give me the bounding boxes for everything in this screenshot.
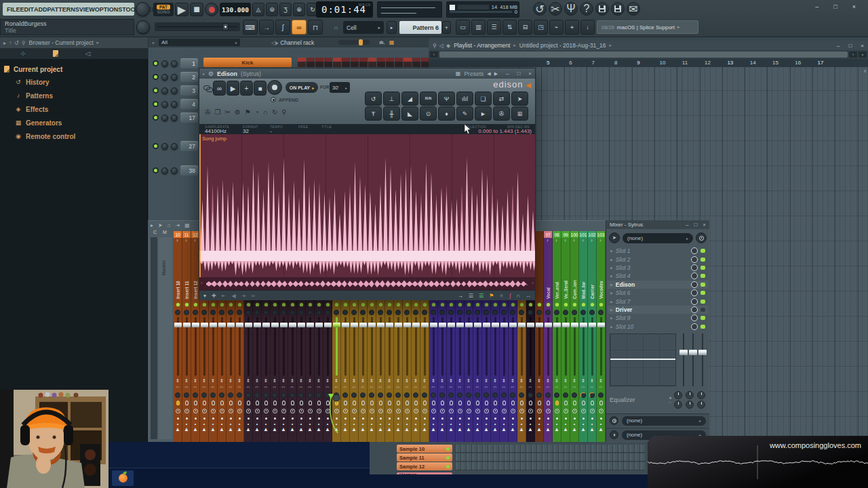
- zoom-icon[interactable]: ⚲: [281, 108, 286, 116]
- strip-lamp-icon[interactable]: [229, 401, 233, 405]
- effect-slot-4[interactable]: ▶Slot 4: [608, 272, 708, 280]
- strip-fader[interactable]: [500, 317, 508, 375]
- strip-lamp-icon[interactable]: [317, 401, 321, 405]
- magic-hat-icon[interactable]: ⊓: [308, 20, 323, 35]
- strip-arm-icon[interactable]: ▴: [583, 422, 585, 426]
- strip-lamp-icon[interactable]: [176, 401, 180, 405]
- effect-slot-9[interactable]: ▶Slot 9: [608, 314, 708, 322]
- strip-mute-led[interactable]: [344, 300, 347, 309]
- strip-clock-icon[interactable]: [546, 409, 551, 413]
- strip-pan-icons[interactable]: ⇕⇔: [361, 375, 366, 392]
- strip-fader[interactable]: [332, 317, 340, 375]
- slot-enable-led[interactable]: [701, 266, 705, 270]
- slot-mix-knob[interactable]: [691, 323, 698, 330]
- strip-pan-knob[interactable]: [404, 392, 410, 398]
- scroll-left-icon[interactable]: ‹: [430, 52, 438, 58]
- edison-gear-icon[interactable]: ⚙: [208, 70, 214, 77]
- strip-select-icon[interactable]: ▲: [193, 426, 198, 433]
- strip-pan-knob[interactable]: [193, 392, 198, 398]
- strip-clock-icon[interactable]: [202, 409, 207, 413]
- strip-fader[interactable]: [473, 317, 481, 375]
- strip-clock-icon[interactable]: [378, 409, 383, 413]
- strip-select-icon[interactable]: ▲: [219, 426, 224, 433]
- strip-pan-knob[interactable]: [484, 392, 489, 398]
- strip-stereo-knob[interactable]: [237, 310, 242, 315]
- strip-pan-icons[interactable]: ⇕⇔: [493, 375, 498, 392]
- strip-pan-icons[interactable]: ⇕⇔: [343, 375, 348, 392]
- route-arrow-icon[interactable]: ➤: [609, 232, 620, 243]
- strip-arm-icon[interactable]: ▴: [530, 422, 532, 426]
- strip-mute-led[interactable]: [485, 300, 488, 309]
- slot-mix-knob[interactable]: [691, 314, 698, 321]
- strip-mute-led[interactable]: [564, 300, 568, 309]
- strip-select-icon[interactable]: ▲: [369, 426, 374, 433]
- strip-mute-led[interactable]: [520, 300, 524, 309]
- strip-number[interactable]: [535, 231, 543, 238]
- strip-mute-led[interactable]: [309, 300, 312, 309]
- strip-fader[interactable]: [297, 317, 305, 375]
- effect-slot-2[interactable]: ▶Slot 2: [608, 255, 708, 263]
- strip-lamp-icon[interactable]: [212, 401, 215, 405]
- pattern-number-box[interactable]: 1: [180, 58, 198, 68]
- strip-pan-icons[interactable]: ⇕⇔: [184, 375, 189, 392]
- strip-fader[interactable]: [253, 317, 261, 375]
- blend-notes-icon[interactable]: ⊕: [293, 3, 305, 16]
- strip-clock-icon[interactable]: [502, 409, 507, 413]
- tempo-display[interactable]: 130.000: [220, 3, 251, 16]
- close-button[interactable]: ×: [852, 3, 856, 10]
- insert-preset-dropdown[interactable]: (none)▸: [623, 233, 693, 243]
- strip-select-icon[interactable]: ▲: [545, 426, 551, 433]
- snap-icon[interactable]: ✛: [212, 293, 216, 299]
- strip-stereo-knob[interactable]: [360, 310, 366, 315]
- strip-mute-led[interactable]: [555, 300, 559, 309]
- strip-select-icon[interactable]: ▲: [290, 426, 295, 433]
- strip-pan-knob[interactable]: [378, 392, 383, 398]
- strip-stereo-knob[interactable]: [536, 310, 542, 315]
- pattern-mode-label[interactable]: PAT: [157, 5, 170, 9]
- timeline-mark-17[interactable]: 17: [818, 60, 824, 66]
- timeline-mark-5[interactable]: 5: [547, 60, 549, 66]
- playlist-scrollbar[interactable]: ‹ › ▪: [429, 50, 868, 59]
- strip-arm-icon[interactable]: ▴: [274, 422, 276, 426]
- channel-button-sample-12[interactable]: Sample 12: [397, 462, 452, 470]
- strip-select-icon[interactable]: ▲: [422, 426, 427, 433]
- auto-scroll-icon[interactable]: →: [259, 20, 274, 35]
- overview-left-icon[interactable]: ‹: [201, 280, 203, 286]
- strip-fader[interactable]: [315, 317, 323, 375]
- strip-pan-icons[interactable]: ⇕⇔: [590, 375, 595, 392]
- strip-pan-knob[interactable]: [528, 392, 533, 398]
- strip-pan-icons[interactable]: ⇕⇔: [352, 375, 357, 392]
- strip-mute-led[interactable]: [388, 300, 391, 309]
- strip-fader[interactable]: [553, 317, 561, 375]
- strip-pan-knob[interactable]: [536, 392, 542, 398]
- strip-select-icon[interactable]: ▲: [245, 426, 251, 433]
- play-selection-icon[interactable]: ◀: [231, 293, 235, 299]
- strip-arm-icon[interactable]: ▴: [477, 422, 479, 426]
- strip-select-icon[interactable]: ▲: [466, 426, 471, 433]
- stretch-icon[interactable]: ↔: [526, 293, 531, 299]
- channel-button-harmor[interactable]: Harmor: [397, 472, 452, 474]
- keyboard-editor-icon[interactable]: ▦: [389, 39, 395, 45]
- strip-fader[interactable]: [306, 317, 314, 375]
- strip-fader[interactable]: [279, 317, 288, 375]
- strip-pan-knob[interactable]: [501, 392, 507, 398]
- strip-select-icon[interactable]: ▲: [175, 426, 180, 433]
- browser-toggle-icon[interactable]: ⊟: [518, 20, 532, 35]
- strip-stereo-knob[interactable]: [263, 310, 269, 315]
- strip-stereo-knob[interactable]: [439, 310, 445, 315]
- strip-clock-icon[interactable]: [273, 409, 277, 413]
- pitch-slider[interactable]: [155, 22, 240, 31]
- snap-selector[interactable]: Cell▸: [343, 21, 384, 34]
- overview-right-icon[interactable]: ›: [532, 280, 534, 286]
- strip-pan-icons[interactable]: ⇕⇔: [334, 375, 339, 392]
- strip-mute-led[interactable]: [423, 300, 427, 309]
- strip-arm-icon[interactable]: ▴: [212, 422, 214, 426]
- strip-pan-icons[interactable]: ⇕⇔: [458, 375, 462, 392]
- strip-arm-icon[interactable]: ▴: [494, 422, 496, 426]
- strip-pan-knob[interactable]: [572, 392, 577, 398]
- strip-fader[interactable]: [588, 317, 596, 375]
- strip-clock-icon[interactable]: [387, 409, 392, 413]
- pattern-number-box[interactable]: 4: [180, 99, 198, 109]
- strip-clock-icon[interactable]: [422, 409, 427, 413]
- strip-clock-icon[interactable]: [431, 409, 436, 413]
